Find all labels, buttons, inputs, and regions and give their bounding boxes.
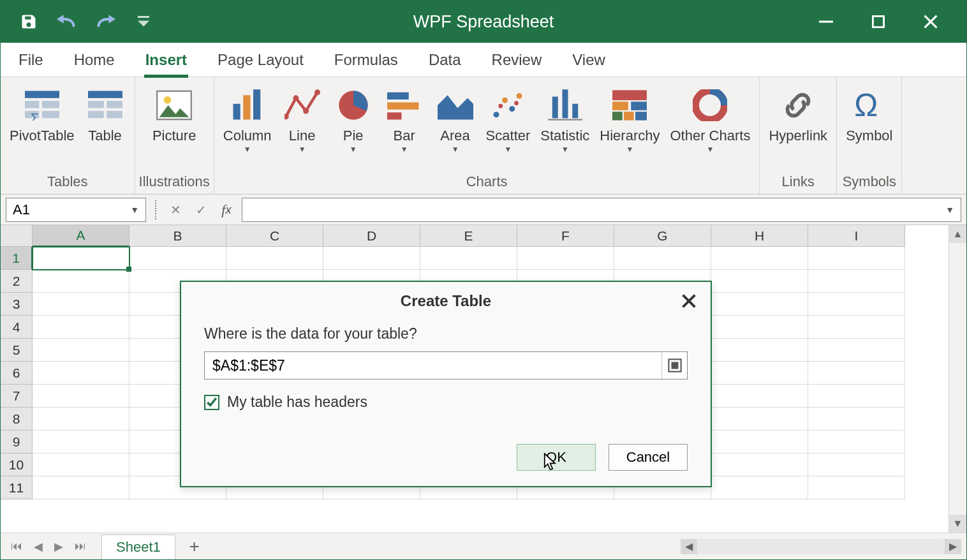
column-header-I[interactable]: I (808, 225, 905, 247)
cell-A9[interactable] (33, 431, 129, 453)
ribbon-tab-formulas[interactable]: Formulas (333, 47, 399, 73)
redo-icon[interactable] (95, 11, 115, 32)
ribbon-tab-home[interactable]: Home (73, 47, 116, 73)
accept-formula-icon[interactable]: ✓ (191, 198, 211, 221)
cell-A10[interactable] (33, 453, 129, 476)
cell-A3[interactable] (33, 293, 129, 316)
range-select-icon[interactable] (661, 352, 687, 379)
cell-H9[interactable] (711, 431, 808, 453)
cell-H4[interactable] (711, 316, 808, 339)
headers-checkbox[interactable] (204, 395, 219, 410)
row-header-1[interactable]: 1 (1, 247, 33, 270)
minimize-button[interactable] (816, 11, 836, 32)
scatter-button[interactable]: Scatter▼ (481, 80, 536, 154)
cancel-formula-icon[interactable]: ✕ (165, 198, 186, 221)
formula-input[interactable]: ▼ (242, 198, 961, 222)
chevron-down-icon[interactable]: ▼ (945, 205, 954, 215)
cell-H3[interactable] (711, 293, 808, 316)
cell-A7[interactable] (33, 385, 129, 408)
ribbon-tab-review[interactable]: Review (491, 47, 543, 73)
cell-A5[interactable] (33, 339, 129, 362)
chevron-down-icon[interactable]: ▼ (130, 205, 139, 215)
name-box[interactable]: A1 ▼ (6, 198, 146, 222)
column-header-F[interactable]: F (517, 225, 614, 247)
cell-H7[interactable] (711, 385, 808, 408)
select-all-corner[interactable] (1, 225, 33, 247)
cell-G1[interactable] (614, 247, 711, 270)
ribbon-tab-insert[interactable]: Insert (144, 47, 188, 73)
symbol-button[interactable]: ΩSymbol (841, 80, 897, 144)
row-header-2[interactable]: 2 (1, 270, 33, 293)
cell-I9[interactable] (808, 431, 905, 453)
cell-I2[interactable] (808, 270, 905, 293)
cell-E1[interactable] (420, 247, 517, 270)
cell-A2[interactable] (33, 270, 129, 293)
cell-H10[interactable] (711, 453, 808, 476)
fx-icon[interactable]: fx (216, 198, 237, 221)
column-header-B[interactable]: B (129, 225, 226, 247)
cell-C1[interactable] (226, 247, 323, 270)
column-header-H[interactable]: H (711, 225, 808, 247)
cell-H8[interactable] (711, 408, 808, 431)
table-button[interactable]: Table (80, 80, 131, 144)
sheet-next-icon[interactable]: ▶ (54, 540, 63, 554)
ribbon-tab-page-layout[interactable]: Page Layout (216, 47, 305, 73)
row-header-10[interactable]: 10 (1, 453, 33, 476)
horizontal-scrollbar[interactable]: ◀ ▶ (681, 539, 961, 554)
ok-button[interactable]: OK (517, 444, 596, 471)
statistic-button[interactable]: Statistic▼ (535, 80, 594, 154)
cell-A11[interactable] (33, 476, 129, 499)
close-button[interactable] (920, 11, 941, 32)
ribbon-tab-view[interactable]: View (571, 47, 607, 73)
hyperlink-button[interactable]: Hyperlink (764, 80, 832, 144)
cell-A8[interactable] (33, 408, 129, 431)
cell-A6[interactable] (33, 362, 129, 385)
close-icon[interactable] (679, 291, 699, 311)
cancel-button[interactable]: Cancel (609, 444, 688, 471)
ribbon-tab-data[interactable]: Data (427, 47, 462, 73)
add-sheet-button[interactable]: + (182, 536, 207, 557)
sheet-last-icon[interactable]: ⏭ (75, 540, 86, 554)
cell-A4[interactable] (33, 316, 129, 339)
cell-H1[interactable] (711, 247, 808, 270)
column-header-A[interactable]: A (33, 225, 129, 247)
scroll-up-icon[interactable]: ▲ (949, 225, 966, 243)
picture-button[interactable]: Picture (147, 80, 201, 144)
row-header-5[interactable]: 5 (1, 339, 33, 362)
column-header-D[interactable]: D (323, 225, 420, 247)
column-button[interactable]: Column▼ (218, 80, 277, 154)
row-header-3[interactable]: 3 (1, 293, 33, 316)
bar-button[interactable]: Bar▼ (379, 80, 430, 154)
cell-H2[interactable] (711, 270, 808, 293)
pie-button[interactable]: Pie▼ (328, 80, 379, 154)
column-header-C[interactable]: C (226, 225, 323, 247)
cell-I8[interactable] (808, 408, 905, 431)
row-header-6[interactable]: 6 (1, 362, 33, 385)
cell-A1[interactable] (33, 247, 129, 270)
vertical-scrollbar[interactable]: ▲ ▼ (949, 225, 966, 533)
cell-I11[interactable] (808, 476, 905, 499)
sheet-first-icon[interactable]: ⏮ (11, 540, 22, 554)
ribbon-tab-file[interactable]: File (17, 47, 45, 73)
line-button[interactable]: Line▼ (277, 80, 328, 154)
undo-icon[interactable] (57, 11, 77, 32)
scroll-down-icon[interactable]: ▼ (949, 515, 966, 533)
maximize-button[interactable] (868, 11, 889, 32)
cell-I7[interactable] (808, 385, 905, 408)
row-header-4[interactable]: 4 (1, 316, 33, 339)
cell-I10[interactable] (808, 453, 905, 476)
cell-D1[interactable] (323, 247, 420, 270)
area-button[interactable]: Area▼ (430, 80, 481, 154)
pivottable-button[interactable]: ΣPivotTable (4, 80, 80, 144)
row-header-9[interactable]: 9 (1, 431, 33, 453)
row-header-7[interactable]: 7 (1, 385, 33, 408)
range-input[interactable] (205, 357, 661, 374)
cell-I3[interactable] (808, 293, 905, 316)
sheet-prev-icon[interactable]: ◀ (34, 540, 43, 554)
cell-H11[interactable] (711, 476, 808, 499)
cell-I4[interactable] (808, 316, 905, 339)
cell-I5[interactable] (808, 339, 905, 362)
row-header-11[interactable]: 11 (1, 476, 33, 499)
save-icon[interactable] (18, 11, 39, 32)
hierarchy-button[interactable]: Hierarchy▼ (594, 80, 665, 154)
